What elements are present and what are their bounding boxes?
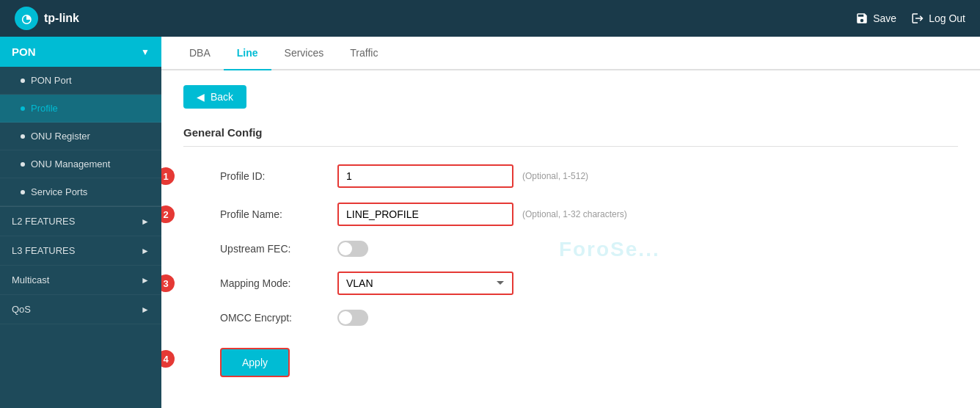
header: ◔ tp-link Save Log Out	[0, 0, 980, 37]
dot-icon	[21, 134, 25, 139]
mapping-mode-row: 3 Mapping Mode: VLAN GEM Port	[183, 272, 958, 295]
sidebar-group-l3[interactable]: L3 FEATURES ►	[0, 236, 161, 266]
upstream-fec-control	[337, 241, 368, 257]
pon-chevron-icon: ▼	[141, 47, 150, 57]
profile-name-control: (Optional, 1-32 characters)	[337, 203, 627, 226]
logo-icon: ◔	[15, 7, 38, 30]
back-label: Back	[211, 91, 233, 103]
profile-id-row: 1 Profile ID: (Optional, 1-512)	[183, 164, 958, 188]
step-2-badge: 2	[161, 205, 175, 223]
tab-dba[interactable]: DBA	[176, 37, 224, 70]
profile-name-label: Profile Name:	[220, 208, 337, 220]
tab-line[interactable]: Line	[224, 37, 271, 70]
l3-chevron-icon: ►	[141, 246, 150, 256]
sidebar-item-label: Profile	[31, 103, 58, 114]
upstream-fec-toggle[interactable]	[337, 241, 368, 257]
sidebar-item-service-ports[interactable]: Service Ports	[0, 178, 161, 206]
profile-id-control: (Optional, 1-512)	[337, 164, 588, 188]
save-label: Save	[873, 12, 896, 24]
logout-button[interactable]: Log Out	[911, 12, 965, 25]
sidebar-item-profile[interactable]: Profile	[0, 95, 161, 123]
multicast-label: Multicast	[12, 274, 49, 285]
back-arrow-icon: ◀	[197, 91, 205, 103]
mapping-mode-label: Mapping Mode:	[220, 277, 337, 289]
sidebar-item-pon-port[interactable]: PON Port	[0, 67, 161, 95]
omcc-encrypt-label: OMCC Encrypt:	[220, 312, 337, 324]
sidebar-group-qos[interactable]: QoS ►	[0, 295, 161, 324]
sidebar: PON ▼ PON Port Profile ONU Register ONU …	[0, 37, 161, 408]
save-icon	[855, 12, 869, 25]
logo-text: tp-link	[44, 12, 79, 25]
main-content: DBA Line Services Traffic ◀ Back General…	[161, 37, 980, 408]
tab-services[interactable]: Services	[271, 37, 337, 70]
profile-id-label: Profile ID:	[220, 170, 337, 182]
layout: PON ▼ PON Port Profile ONU Register ONU …	[0, 37, 980, 408]
back-button[interactable]: ◀ Back	[183, 85, 246, 109]
omcc-encrypt-toggle[interactable]	[337, 310, 368, 326]
dot-icon	[21, 79, 25, 83]
sidebar-group-multicast[interactable]: Multicast ►	[0, 266, 161, 295]
content-area: ◀ Back General Config 1 Profile ID: (Opt…	[161, 70, 980, 407]
mapping-mode-select[interactable]: VLAN GEM Port	[337, 272, 513, 295]
apply-button[interactable]: Apply	[220, 348, 290, 377]
logo: ◔ tp-link	[15, 7, 79, 30]
form: 1 Profile ID: (Optional, 1-512) 2 Profil…	[183, 164, 958, 377]
step-4-badge: 4	[161, 350, 175, 368]
sidebar-item-label: PON Port	[31, 75, 72, 86]
pon-section: PON ▼ PON Port Profile ONU Register ONU …	[0, 37, 161, 207]
profile-name-input[interactable]	[337, 203, 513, 226]
sidebar-group-l2[interactable]: L2 FEATURES ►	[0, 207, 161, 236]
profile-id-hint: (Optional, 1-512)	[522, 171, 588, 181]
dot-icon	[21, 106, 25, 111]
l3-label: L3 FEATURES	[12, 245, 75, 256]
l2-label: L2 FEATURES	[12, 216, 75, 227]
qos-chevron-icon: ►	[141, 305, 150, 315]
pon-label: PON	[12, 45, 36, 58]
omcc-encrypt-control	[337, 310, 368, 326]
profile-name-row: 2 Profile Name: (Optional, 1-32 characte…	[183, 203, 958, 226]
step-1-badge: 1	[161, 167, 175, 185]
profile-name-hint: (Optional, 1-32 characters)	[522, 209, 627, 219]
sidebar-item-onu-register[interactable]: ONU Register	[0, 123, 161, 150]
omcc-encrypt-row: OMCC Encrypt:	[183, 310, 958, 326]
mapping-mode-control: VLAN GEM Port	[337, 272, 513, 295]
logout-label: Log Out	[929, 12, 965, 24]
section-title: General Config	[183, 126, 958, 147]
pon-header[interactable]: PON ▼	[0, 37, 161, 67]
sidebar-item-label: ONU Register	[31, 131, 90, 142]
tab-traffic[interactable]: Traffic	[337, 37, 391, 70]
apply-row: 4 Apply	[183, 340, 958, 377]
profile-id-input[interactable]	[337, 164, 513, 188]
sidebar-item-onu-management[interactable]: ONU Management	[0, 150, 161, 178]
l2-chevron-icon: ►	[141, 216, 150, 227]
tabs-bar: DBA Line Services Traffic	[161, 37, 980, 70]
step-3-badge: 3	[161, 274, 175, 292]
qos-label: QoS	[12, 304, 31, 315]
sidebar-item-label: Service Ports	[31, 186, 87, 197]
dot-icon	[21, 162, 25, 167]
multicast-chevron-icon: ►	[141, 275, 150, 285]
save-button[interactable]: Save	[855, 12, 896, 25]
upstream-fec-label: Upstream FEC:	[220, 243, 337, 255]
logout-icon	[911, 12, 924, 25]
upstream-fec-row: Upstream FEC:	[183, 241, 958, 257]
header-actions: Save Log Out	[855, 12, 965, 25]
sidebar-item-label: ONU Management	[31, 159, 110, 170]
dot-icon	[21, 190, 25, 194]
